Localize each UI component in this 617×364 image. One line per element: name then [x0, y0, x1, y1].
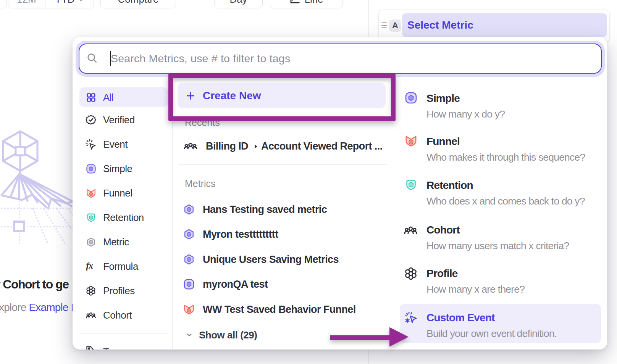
explore-text: xplore [0, 301, 29, 313]
metric-list-item[interactable]: myronQA test [178, 274, 388, 295]
metric-list-item[interactable]: Hans Testing saved metric [178, 199, 388, 220]
simple-metric-icon [405, 92, 417, 104]
metric-list-item[interactable]: Myron testtttttttt [178, 224, 388, 245]
row-label-badge: A [389, 19, 401, 32]
sidebar-item-retention[interactable]: Retention [77, 208, 169, 227]
line-chart-type-button[interactable]: Line [270, 0, 342, 8]
annotation-arrow [325, 321, 416, 353]
event-cursor-icon [86, 139, 96, 150]
tag-icon [86, 345, 96, 350]
sidebar-item-funnel[interactable]: Funnel [77, 183, 169, 203]
formula-fx-icon: fx [86, 261, 96, 272]
metric-hexagon-icon [86, 237, 96, 247]
sidebar-section-divider [81, 333, 167, 333]
show-all-toggle[interactable]: Show all (29) [185, 325, 257, 345]
date-range-group: 12M YTD [8, 0, 94, 8]
sidebar-item-profiles[interactable]: Profiles [77, 281, 169, 301]
example-boards-link[interactable]: Example B [29, 301, 73, 313]
chevron-down-icon [185, 331, 194, 339]
simple-metric-icon [183, 279, 195, 290]
funnel-metric-icon [405, 135, 417, 147]
sidebar-item-verified[interactable]: Verified [77, 110, 169, 130]
annotation-highlight-box [168, 74, 396, 121]
verified-seal-icon [86, 114, 96, 125]
search-icon [86, 52, 98, 64]
breadcrumb-arrow-icon [252, 143, 260, 150]
funnel-metric-icon [183, 304, 195, 315]
saved-metric-hexagon-icon [183, 254, 195, 265]
sidebar-item-tags[interactable]: Tags [77, 340, 169, 350]
recents-metrics-divider [178, 164, 387, 165]
funnel-metric-icon [86, 188, 96, 198]
sidebar-item-formula[interactable]: fx Formula [77, 256, 169, 276]
profiles-cluster-icon [404, 267, 417, 279]
range-12m-button[interactable]: 12M [8, 0, 45, 8]
select-metric-button[interactable]: Select Metric [402, 13, 607, 37]
sidebar-item-cohort[interactable]: Cohort [77, 305, 169, 325]
empty-state-subline: xplore Example B [0, 301, 73, 314]
saved-metric-hexagon-icon [183, 229, 195, 240]
profiles-cluster-icon [86, 285, 96, 296]
search-field[interactable] [79, 43, 602, 74]
drag-handle-icon[interactable] [381, 23, 387, 28]
chevron-down-icon [77, 0, 85, 4]
metrics-section-label: Metrics [185, 178, 216, 189]
empty-state-headline: r Cohort to ge [0, 277, 69, 292]
compare-button[interactable]: Compare [100, 0, 176, 8]
grid-icon [86, 92, 96, 103]
saved-metric-hexagon-icon [183, 204, 195, 215]
cohort-people-icon [183, 140, 198, 152]
recent-item-billing[interactable]: Billing ID Account Viewed Report ... [178, 135, 388, 157]
search-input[interactable] [111, 45, 596, 72]
line-chart-icon [289, 0, 300, 5]
metric-list-item[interactable]: WW Test Saved Behavior Funnel [178, 299, 388, 320]
sidebar-item-all[interactable]: All [77, 87, 169, 107]
cohort-people-icon [86, 310, 96, 321]
sidebar-item-simple[interactable]: Simple [77, 159, 169, 179]
day-granularity-button[interactable]: Day [214, 0, 263, 8]
metric-list-item[interactable]: Unique Users Saving Metrics [178, 249, 388, 270]
canvas-empty-state: r Cohort to ge xplore Example B [0, 0, 73, 364]
retention-metric-icon [405, 179, 417, 191]
cohort-people-icon [404, 223, 416, 236]
retention-metric-icon [86, 212, 96, 223]
sidebar-item-metric[interactable]: Metric [77, 232, 169, 252]
text-caret [110, 51, 111, 66]
sidebar-item-event[interactable]: Event [77, 134, 169, 154]
simple-metric-icon [86, 163, 96, 174]
range-ytd-button[interactable]: YTD [45, 0, 94, 8]
toolbar-edge-button[interactable] [0, 0, 7, 8]
svg-text:fx: fx [86, 261, 93, 271]
